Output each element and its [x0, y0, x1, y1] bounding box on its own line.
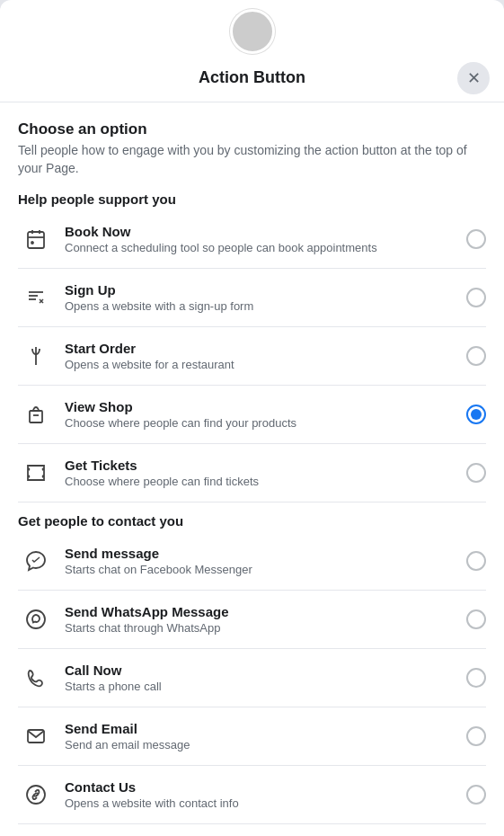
- get-tickets-text: Get Tickets Choose where people can find…: [65, 458, 459, 488]
- view-shop-text: View Shop Choose where people can find y…: [65, 399, 459, 430]
- view-shop-icon: [18, 396, 54, 432]
- contact-us-name: Contact Us: [65, 779, 459, 795]
- send-message-text: Send message Starts chat on Facebook Mes…: [65, 546, 459, 576]
- svg-point-11: [27, 610, 45, 628]
- send-whatsapp-text: Send WhatsApp Message Starts chat throug…: [65, 604, 459, 635]
- sign-up-desc: Opens a website with a sign-up form: [65, 299, 459, 313]
- option-view-shop[interactable]: View Shop Choose where people can find y…: [18, 386, 486, 444]
- option-send-whatsapp[interactable]: Send WhatsApp Message Starts chat throug…: [18, 591, 486, 649]
- send-message-icon: [18, 543, 54, 579]
- modal: Action Button ✕ Choose an option Tell pe…: [0, 0, 504, 836]
- option-get-tickets[interactable]: Get Tickets Choose where people can find…: [18, 444, 486, 502]
- svg-point-4: [31, 242, 33, 244]
- send-email-desc: Send an email message: [65, 738, 459, 752]
- contact-us-radio[interactable]: [466, 785, 486, 805]
- book-now-radio[interactable]: [466, 229, 486, 249]
- get-tickets-name: Get Tickets: [65, 458, 459, 473]
- send-email-radio[interactable]: [466, 726, 486, 746]
- get-tickets-desc: Choose where people can find tickets: [65, 475, 459, 488]
- book-now-text: Book Now Connect a scheduling tool so pe…: [65, 224, 459, 254]
- modal-title: Action Button: [199, 68, 305, 87]
- group-help-support: Help people support you Book Now: [18, 191, 486, 502]
- send-whatsapp-radio[interactable]: [466, 609, 486, 629]
- option-list-1: Send message Starts chat on Facebook Mes…: [18, 532, 486, 824]
- sign-up-name: Sign Up: [65, 282, 459, 298]
- sign-up-text: Sign Up Opens a website with a sign-up f…: [65, 282, 459, 313]
- svg-rect-9: [30, 411, 42, 422]
- get-tickets-icon: [18, 455, 54, 491]
- close-button[interactable]: ✕: [457, 62, 490, 94]
- call-now-icon: [18, 660, 54, 696]
- intro-description: Tell people how to engage with you by cu…: [18, 142, 486, 177]
- view-shop-desc: Choose where people can find your produc…: [65, 416, 459, 430]
- send-email-icon: [18, 718, 54, 754]
- svg-point-13: [27, 786, 45, 804]
- contact-us-desc: Opens a website with contact info: [65, 796, 459, 810]
- option-book-now[interactable]: Book Now Connect a scheduling tool so pe…: [18, 210, 486, 269]
- book-now-desc: Connect a scheduling tool so people can …: [65, 241, 459, 254]
- avatar: [230, 9, 275, 54]
- group-contact: Get people to contact you Send message S…: [18, 513, 486, 824]
- view-shop-name: View Shop: [65, 399, 459, 414]
- start-order-text: Start Order Opens a website for a restau…: [65, 341, 459, 371]
- top-avatar-area: [0, 0, 504, 54]
- start-order-radio[interactable]: [466, 346, 486, 366]
- call-now-text: Call Now Starts a phone call: [65, 663, 459, 693]
- view-shop-radio[interactable]: [466, 405, 486, 424]
- option-start-order[interactable]: Start Order Opens a website for a restau…: [18, 327, 486, 386]
- option-send-message[interactable]: Send message Starts chat on Facebook Mes…: [18, 532, 486, 591]
- group-label-0: Help people support you: [18, 191, 486, 207]
- start-order-desc: Opens a website for a restaurant: [65, 358, 459, 371]
- modal-header: Action Button ✕: [0, 54, 504, 102]
- modal-body: Choose an option Tell people how to enga…: [0, 102, 504, 836]
- call-now-radio[interactable]: [466, 668, 486, 688]
- call-now-desc: Starts a phone call: [65, 680, 459, 693]
- call-now-name: Call Now: [65, 663, 459, 678]
- send-email-text: Send Email Send an email message: [65, 721, 459, 752]
- option-contact-us[interactable]: Contact Us Opens a website with contact …: [18, 766, 486, 824]
- send-message-radio[interactable]: [466, 551, 486, 571]
- send-message-name: Send message: [65, 546, 459, 561]
- intro-section: Choose an option Tell people how to enga…: [18, 120, 486, 177]
- start-order-name: Start Order: [65, 341, 459, 356]
- send-message-desc: Starts chat on Facebook Messenger: [65, 563, 459, 576]
- option-list-0: Book Now Connect a scheduling tool so pe…: [18, 210, 486, 502]
- start-order-icon: [18, 338, 54, 374]
- send-whatsapp-desc: Starts chat through WhatsApp: [65, 621, 459, 635]
- send-whatsapp-icon: [18, 601, 54, 637]
- send-email-name: Send Email: [65, 721, 459, 736]
- contact-us-text: Contact Us Opens a website with contact …: [65, 779, 459, 810]
- contact-us-icon: [18, 777, 54, 813]
- sign-up-radio[interactable]: [466, 288, 486, 307]
- book-now-icon: [18, 221, 54, 257]
- option-sign-up[interactable]: Sign Up Opens a website with a sign-up f…: [18, 269, 486, 327]
- sign-up-icon: [18, 280, 54, 316]
- send-whatsapp-name: Send WhatsApp Message: [65, 604, 459, 619]
- intro-heading: Choose an option: [18, 120, 486, 138]
- group-label-1: Get people to contact you: [18, 513, 486, 529]
- svg-rect-0: [28, 232, 44, 248]
- get-tickets-radio[interactable]: [466, 463, 486, 483]
- option-call-now[interactable]: Call Now Starts a phone call: [18, 649, 486, 707]
- close-icon: ✕: [467, 68, 481, 88]
- book-now-name: Book Now: [65, 224, 459, 239]
- option-send-email[interactable]: Send Email Send an email message: [18, 707, 486, 766]
